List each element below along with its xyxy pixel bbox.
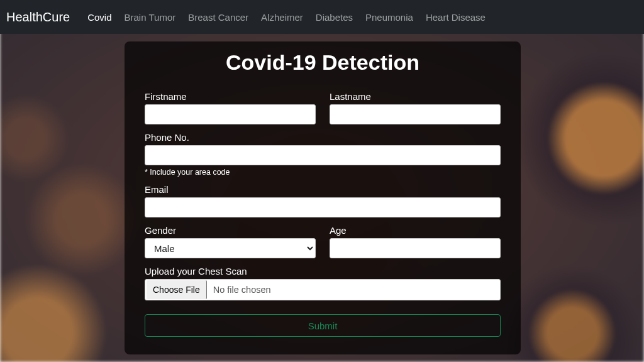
page-title: Covid-19 Detection <box>125 41 521 84</box>
nav-breast-cancer[interactable]: Breast Cancer <box>182 8 255 26</box>
age-input[interactable] <box>330 238 501 258</box>
choose-file-button[interactable]: Choose File <box>147 280 207 299</box>
lastname-input[interactable] <box>330 104 501 124</box>
nav-alzheimer[interactable]: Alzheimer <box>255 8 309 26</box>
firstname-label: Firstname <box>145 91 316 102</box>
email-input[interactable] <box>145 197 501 217</box>
brand[interactable]: HealthCure <box>6 10 74 25</box>
gender-label: Gender <box>145 225 316 236</box>
firstname-input[interactable] <box>145 104 316 124</box>
phone-hint: * Include your area code <box>145 168 501 177</box>
phone-label: Phone No. <box>145 132 501 143</box>
nav-heart-disease[interactable]: Heart Disease <box>419 8 492 26</box>
gender-select[interactable]: Male <box>145 238 316 258</box>
nav-brain-tumor[interactable]: Brain Tumor <box>118 8 182 26</box>
nav-diabetes[interactable]: Diabetes <box>309 8 359 26</box>
nav-pneumonia[interactable]: Pneumonia <box>359 8 419 26</box>
navbar: HealthCure Covid Brain Tumor Breast Canc… <box>0 0 644 34</box>
age-label: Age <box>330 225 501 236</box>
file-status: No file chosen <box>208 285 271 295</box>
submit-button[interactable]: Submit <box>145 314 501 337</box>
nav-covid[interactable]: Covid <box>81 8 118 26</box>
phone-input[interactable] <box>145 145 501 165</box>
lastname-label: Lastname <box>330 91 501 102</box>
upload-label: Upload your Chest Scan <box>145 266 501 277</box>
form-card: Covid-19 Detection Firstname Lastname Ph… <box>125 41 521 354</box>
file-input-wrapper[interactable]: Choose File No file chosen <box>145 279 501 300</box>
email-label: Email <box>145 184 501 195</box>
